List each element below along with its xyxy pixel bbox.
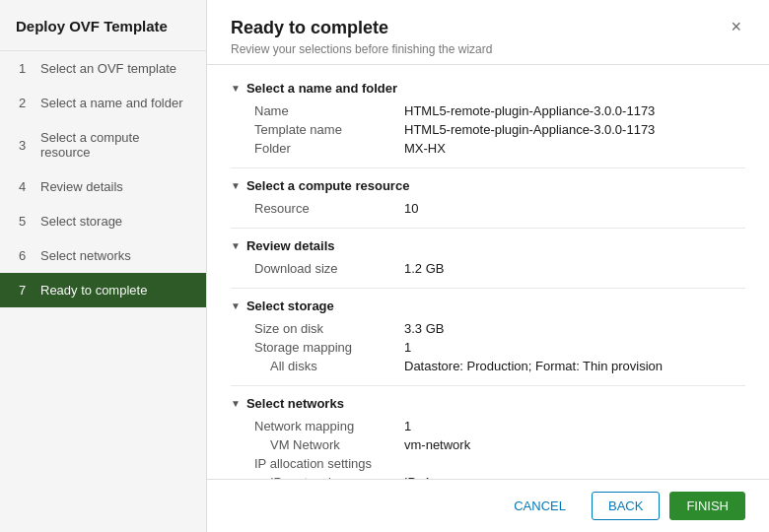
step-number: 4 (19, 179, 33, 194)
section-review: ▼ Review details Download size 1.2 GB (231, 238, 745, 276)
sidebar-item-step2[interactable]: 2Select a name and folder (0, 86, 206, 120)
sidebar-item-label: Ready to complete (40, 283, 147, 298)
section-compute-body: Resource 10 (231, 201, 745, 216)
label-download-size: Download size (246, 261, 404, 276)
label-folder: Folder (246, 141, 404, 156)
label-resource: Resource (246, 201, 404, 216)
step-number: 7 (19, 283, 33, 298)
value-name: HTML5-remote-plugin-Appliance-3.0.0-1173 (404, 103, 745, 118)
row-resource: Resource 10 (246, 201, 745, 216)
section-compute: ▼ Select a compute resource Resource 10 (231, 178, 745, 216)
label-ip-allocation-settings: IP allocation settings (246, 456, 404, 471)
label-network-mapping: Network mapping (246, 419, 404, 433)
sidebar-item-step1[interactable]: 1Select an OVF template (0, 51, 206, 86)
sidebar-item-step7[interactable]: 7Ready to complete (0, 273, 206, 307)
section-storage-header[interactable]: ▼ Select storage (231, 299, 745, 313)
label-name: Name (246, 103, 404, 118)
section-name-folder: ▼ Select a name and folder Name HTML5-re… (231, 81, 745, 156)
main-panel: Ready to complete Review your selections… (207, 0, 769, 532)
section-storage: ▼ Select storage Size on disk 3.3 GB Sto… (231, 299, 745, 373)
value-download-size: 1.2 GB (404, 261, 745, 276)
row-name: Name HTML5-remote-plugin-Appliance-3.0.0… (246, 103, 745, 118)
value-template-name: HTML5-remote-plugin-Appliance-3.0.0-1173 (404, 122, 745, 137)
row-size-on-disk: Size on disk 3.3 GB (246, 321, 745, 336)
value-size-on-disk: 3.3 GB (404, 321, 745, 336)
label-vm-network: VM Network (246, 437, 404, 452)
sidebar-item-label: Select an OVF template (40, 61, 176, 76)
step-number: 3 (19, 138, 33, 153)
section-networks-body: Network mapping 1 VM Network vm-network … (231, 419, 745, 479)
chevron-icon: ▼ (231, 83, 241, 94)
value-resource: 10 (404, 201, 745, 216)
row-ip-allocation-settings: IP allocation settings (246, 456, 745, 471)
value-network-mapping: 1 (404, 419, 745, 433)
label-all-disks: All disks (246, 359, 404, 373)
sidebar: Deploy OVF Template 1Select an OVF templ… (0, 0, 207, 532)
sidebar-item-step5[interactable]: 5Select storage (0, 204, 206, 238)
section-name-folder-body: Name HTML5-remote-plugin-Appliance-3.0.0… (231, 103, 745, 156)
label-storage-mapping: Storage mapping (246, 340, 404, 355)
label-template-name: Template name (246, 122, 404, 137)
sidebar-item-label: Review details (40, 179, 123, 194)
section-storage-title: Select storage (246, 299, 334, 313)
row-storage-mapping: Storage mapping 1 (246, 340, 745, 355)
section-review-title: Review details (246, 238, 335, 253)
step-number: 5 (19, 214, 33, 229)
content-area: ▼ Select a name and folder Name HTML5-re… (207, 65, 769, 479)
cancel-button[interactable]: CANCEL (498, 493, 582, 519)
section-name-folder-header[interactable]: ▼ Select a name and folder (231, 81, 745, 96)
section-networks-title: Select networks (246, 396, 344, 411)
main-subtitle: Review your selections before finishing … (231, 42, 492, 56)
sidebar-item-label: Select a compute resource (40, 130, 190, 160)
back-button[interactable]: BACK (592, 492, 660, 520)
finish-button[interactable]: FINISH (669, 492, 745, 520)
section-storage-body: Size on disk 3.3 GB Storage mapping 1 Al… (231, 321, 745, 373)
deploy-ovf-dialog: Deploy OVF Template 1Select an OVF templ… (0, 0, 769, 532)
section-review-header[interactable]: ▼ Review details (231, 238, 745, 253)
footer: CANCEL BACK FINISH (207, 479, 769, 532)
row-network-mapping: Network mapping 1 (246, 419, 745, 433)
row-download-size: Download size 1.2 GB (246, 261, 745, 276)
value-vm-network: vm-network (404, 437, 745, 452)
step-number: 1 (19, 61, 33, 76)
row-folder: Folder MX-HX (246, 141, 745, 156)
chevron-icon: ▼ (231, 180, 241, 191)
section-networks: ▼ Select networks Network mapping 1 VM N… (231, 396, 745, 479)
value-folder: MX-HX (404, 141, 745, 156)
sidebar-item-step4[interactable]: 4Review details (0, 169, 206, 204)
chevron-icon: ▼ (231, 398, 241, 409)
step-number: 2 (19, 96, 33, 110)
main-title: Ready to complete (231, 18, 492, 38)
section-name-folder-title: Select a name and folder (246, 81, 397, 96)
section-networks-header[interactable]: ▼ Select networks (231, 396, 745, 411)
sidebar-item-step6[interactable]: 6Select networks (0, 238, 206, 273)
value-all-disks: Datastore: Production; Format: Thin prov… (404, 359, 745, 373)
chevron-icon: ▼ (231, 240, 241, 251)
sidebar-title: Deploy OVF Template (0, 0, 206, 51)
sidebar-item-step3[interactable]: 3Select a compute resource (0, 120, 206, 169)
step-number: 6 (19, 248, 33, 263)
row-template-name: Template name HTML5-remote-plugin-Applia… (246, 122, 745, 137)
sidebar-item-label: Select networks (40, 248, 131, 263)
close-button[interactable]: × (727, 18, 745, 35)
row-all-disks: All disks Datastore: Production; Format:… (246, 359, 745, 373)
label-size-on-disk: Size on disk (246, 321, 404, 336)
row-vm-network: VM Network vm-network (246, 437, 745, 452)
value-storage-mapping: 1 (404, 340, 745, 355)
header-left: Ready to complete Review your selections… (231, 18, 492, 56)
sidebar-item-label: Select storage (40, 214, 122, 229)
main-header: Ready to complete Review your selections… (207, 0, 769, 65)
section-compute-title: Select a compute resource (246, 178, 409, 193)
section-compute-header[interactable]: ▼ Select a compute resource (231, 178, 745, 193)
sidebar-item-label: Select a name and folder (40, 96, 183, 110)
chevron-icon: ▼ (231, 300, 241, 311)
section-review-body: Download size 1.2 GB (231, 261, 745, 276)
